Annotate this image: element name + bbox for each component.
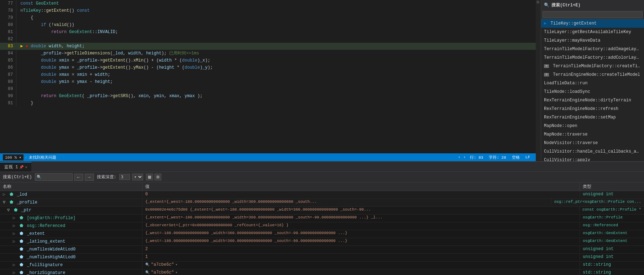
call-stack-item-5[interactable]: TerrainTileModelFactory::addColorLayers [541,53,644,62]
expand-latlong-extent[interactable]: ▷ [13,239,17,244]
search-next-btn[interactable]: → [85,174,94,181]
expand-ptr[interactable]: ▽ [7,207,11,213]
call-stack-item-11[interactable]: RexTerrainEngineNode::refresh [541,105,644,113]
status-bar-right: ‹ › 行: 83 字符: 26 空格 LF [457,155,533,160]
call-stack-item-10[interactable]: RexTerrainEngineNode::dirtyTerrain [541,96,644,105]
line-content-91[interactable]: } [16,100,536,107]
watch-name-full-sig[interactable]: ▷ ⬟ _fullSignature [0,261,142,268]
watch-name-latlong-extent[interactable]: ▷ ⬟ _latlong_extent [0,238,142,245]
expand-extent[interactable]: ▷ [13,231,17,236]
line-number-86: 86 [0,64,16,71]
watch-name-osgearth-profile[interactable]: ▷ ⬟ [osgEarth::Profile] [0,215,142,221]
line-number-89: 89 [0,85,16,92]
watch-value-arrow-horiz-sig[interactable]: ▾ [176,270,178,275]
expand-num-tiles-wide[interactable]: ▷ [13,247,17,252]
expand-profile[interactable]: ▽ [3,200,7,205]
call-stack-item-16[interactable]: CullVisitor::handle_cull_callbacks_and_t… [541,147,644,156]
debug-panel-tabs: 监视 1 📌 ✕ [0,162,644,172]
expand-num-tiles-high[interactable]: ▷ [13,254,17,260]
line-content-88[interactable]: double ymin = ymax - height; [16,78,536,85]
line-content-85[interactable]: double xmin = _profile->getExtent().xMin… [16,57,536,64]
code-line-83: 83 ▶ ● double width, height; [0,43,536,50]
call-stack-list[interactable]: ▶ TileKey::getExtent TileLayer::getBestA… [541,19,644,161]
watch-icon-search-full-sig[interactable]: 🔍 [145,263,150,267]
watch-type-full-sig: std::string [580,261,644,268]
watch-name-osg-referenced[interactable]: ▷ ⬟ osg::Referenced [0,222,142,229]
watch-label-lod: _lod [17,192,27,197]
watch-name-profile[interactable]: ▽ ⬟ _profile [0,199,142,206]
line-content-90[interactable]: return GeoExtent( _profile->getSRS(), xm… [16,92,536,100]
search-depth-input[interactable] [119,174,130,180]
cs-item-icon-7: ? [544,73,549,76]
call-stack-item-12[interactable]: RexTerrainEngineNode::setMap [541,113,644,122]
nav-arrow-right[interactable]: › [463,155,466,159]
line-content-83[interactable]: ▶ ● double width, height; [16,43,536,50]
watch-table[interactable]: 名称 值 类型 ▷ ⬟ _lod 0 unsigned int ▽ ⬟ _ [0,183,644,275]
line-number-91: 91 [0,100,16,107]
watch-icon-horiz-sig: ⬟ [20,270,23,275]
call-stack-item-8[interactable]: LoadTileData::run [541,79,644,88]
watch-name-horiz-sig[interactable]: ▷ ⬟ _horizSignature [0,269,142,275]
watch-tab-pin[interactable]: 📌 [19,165,23,169]
watch-row-latlong-extent: ▷ ⬟ _latlong_extent {_west=-180.00000000… [0,238,644,246]
expand-full-sig[interactable]: ▷ [13,262,17,268]
line-content-87[interactable]: double xmax = xmin + width; [16,71,536,78]
zoom-level[interactable]: 100 % ▾ [3,154,23,160]
cs-item-label-1: TileKey::getExtent [550,21,597,26]
watch-name-num-tiles-high[interactable]: ▷ ⬟ _numTilesHighAtLod0 [0,254,142,260]
call-stack-item-3[interactable]: TileLayer::mayHaveData [541,36,644,45]
format-btn-1[interactable]: ▦ [146,174,153,180]
watch-type-num-tiles-high: unsigned int [580,254,644,260]
expand-lod[interactable]: ▷ [3,192,7,197]
line-content-79[interactable]: { [16,14,536,21]
call-stack-item-13[interactable]: MapNode::open [541,122,644,130]
code-content[interactable]: 77 const GeoExtent 78 ⊟TileKey::getExten… [0,0,536,153]
watch-type-horiz-sig: std::string [580,269,644,275]
right-panel-title: 搜索(Ctrl+E) [551,1,581,9]
scrollbar-thumb[interactable] [536,1,539,4]
line-content-81[interactable]: return GeoExtent::INVALID; [16,28,536,36]
watch-tab[interactable]: 监视 1 📌 ✕ [0,162,31,171]
editor-scrollbar[interactable] [536,0,541,161]
watch-name-num-tiles-wide[interactable]: ▷ ⬟ _numTilesWideAtLod0 [0,246,142,253]
call-stack-item-6[interactable]: ? TerrainTileModelFactory::createTileMod… [541,62,644,70]
call-stack-item-17[interactable]: CullVisitor::apply [541,156,644,161]
search-prev-btn[interactable]: ← [74,174,83,181]
char-info: 字符: 26 [489,155,506,160]
format-btn-2[interactable]: ⊞ [155,174,161,180]
line-content-78[interactable]: ⊟TileKey::getExtent() const [16,7,536,14]
watch-name-extent[interactable]: ▷ ⬟ _extent [0,230,142,237]
code-line-90: 90 return GeoExtent( _profile->getSRS(),… [0,92,536,100]
search-depth-select[interactable]: ▾ [132,174,143,180]
nav-arrow-left[interactable]: ‹ [458,155,461,159]
watch-tab-close[interactable]: ✕ [25,165,27,169]
status-bar: 100 % ▾ ✓ 未找到相关问题 ‹ › 行: 83 字符: 26 空格 LF [0,153,536,161]
line-content-84[interactable]: _profile->getTileDimensions(_lod, width,… [16,50,536,57]
call-stack-item-1[interactable]: ▶ TileKey::getExtent [541,19,644,28]
line-content-86[interactable]: double ymax = _profile->getExtent().yMax… [16,64,536,71]
watch-icon-search-horiz-sig[interactable]: 🔍 [145,270,150,275]
call-stack-item-9[interactable]: TileNode::loadSync [541,88,644,96]
expand-osgearth-profile[interactable]: ▷ [13,215,17,221]
code-line-85: 85 double xmin = _profile->getExtent().x… [0,57,536,64]
line-number-88: 88 [0,78,16,85]
call-stack-item-4[interactable]: TerrainTileModelFactory::addImageLayer [541,45,644,53]
line-content-80[interactable]: if (!valid()) [16,21,536,28]
call-stack-item-14[interactable]: MapNode::traverse [541,130,644,139]
watch-value-arrow-full-sig[interactable]: ▾ [176,263,178,267]
call-stack-item-7[interactable]: ? TerrainEngineNode::createTileModel [541,70,644,79]
call-stack-item-2[interactable]: TileLayer::getBestAvailableTileKey [541,28,644,36]
watch-label-full-sig: _fullSignature [27,263,63,268]
right-panel-header: 🔍 搜索(Ctrl+E) [541,0,644,11]
right-panel-search-input[interactable] [543,11,643,18]
status-text: 未找到相关问题 [29,155,56,160]
watch-name-ptr[interactable]: ▽ ⬟ _ptr [0,207,142,213]
expand-horiz-sig[interactable]: ▷ [13,270,17,275]
watch-search-input[interactable] [42,174,71,180]
call-stack-item-15[interactable]: NodeVisitor::traverse [541,139,644,147]
expand-osg-referenced[interactable]: ▷ [13,223,17,228]
watch-name-lod[interactable]: ▷ ⬟ _lod [0,191,142,198]
fold-indicator-78[interactable]: ⊟ [21,8,23,13]
line-content-77[interactable]: const GeoExtent [16,0,536,7]
watch-row-num-tiles-high: ▷ ⬟ _numTilesHighAtLod0 1 unsigned int [0,254,644,261]
